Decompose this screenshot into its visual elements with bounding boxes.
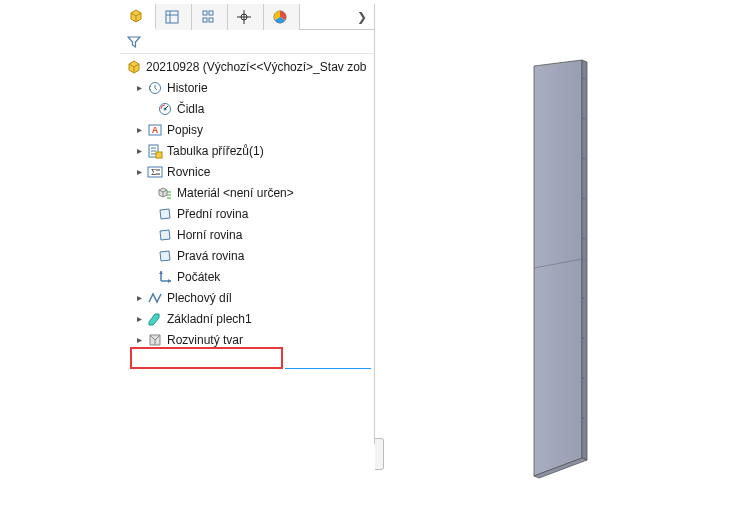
tree-item-historie[interactable]: ▸ Historie [120,77,374,98]
panel-tab-bar: ❯ [120,4,374,30]
tree-item-tabulka[interactable]: ▸ Tabulka přířezů(1) [120,140,374,161]
origin-icon [157,269,173,285]
tabs-overflow[interactable]: ❯ [350,4,374,30]
tab-dimxpert[interactable] [228,4,264,30]
tree-item-horni[interactable]: Horní rovina [120,224,374,245]
svg-rect-0 [166,11,178,23]
tree-item-label: Přední rovina [177,207,248,221]
filter-icon[interactable] [126,34,142,50]
highlight-annotation [130,347,283,369]
plane-icon [157,248,173,264]
expander-icon[interactable]: ▸ [134,83,144,93]
svg-text:Σ: Σ [151,167,156,177]
part-icon [126,59,142,75]
tree-item-label: Základní plech1 [167,312,252,326]
tree-item-popisy[interactable]: ▸ A Popisy [120,119,374,140]
svg-marker-33 [534,60,582,476]
tree-item-rovnice[interactable]: ▸ Σ Rovnice [120,161,374,182]
part-icon [128,8,144,24]
expander-icon[interactable]: ▸ [134,314,144,324]
equations-icon: Σ [147,164,163,180]
base-flange-icon [147,311,163,327]
tree-item-material[interactable]: Materiál <není určen> [120,182,374,203]
feature-tree-panel: ❯ 20210928 (Výchozí<<Výchozí>_Stav zob ▸… [120,4,375,444]
tree-root[interactable]: 20210928 (Výchozí<<Výchozí>_Stav zob [120,56,374,77]
tree-root-label: 20210928 (Výchozí<<Výchozí>_Stav zob [146,60,366,74]
tree-item-prava[interactable]: Pravá rovina [120,245,374,266]
tree-item-predni[interactable]: Přední rovina [120,203,374,224]
tree-item-label: Počátek [177,270,220,284]
tree-item-label: Popisy [167,123,203,137]
tree-item-label: Horní rovina [177,228,242,242]
expander-icon[interactable]: ▸ [134,335,144,345]
tab-property-manager[interactable] [156,4,192,30]
cutlist-icon [147,143,163,159]
tree-item-pocatek[interactable]: Počátek [120,266,374,287]
tab-feature-manager[interactable] [120,4,156,30]
expander-icon[interactable]: ▸ [134,125,144,135]
tree-item-label: Tabulka přířezů(1) [167,144,264,158]
model-viewport[interactable] [384,0,750,519]
expander-icon[interactable]: ▸ [134,146,144,156]
svg-rect-3 [203,11,207,15]
sensors-icon [157,101,173,117]
rollback-bar[interactable] [285,368,371,369]
tree-item-label: Materiál <není určen> [177,186,294,200]
panel-collapse-handle[interactable] [375,438,384,470]
tree-item-label: Čidla [177,102,204,116]
tree-item-cidla[interactable]: Čidla [120,98,374,119]
sheet-metal-icon [147,290,163,306]
tree-item-label: Pravá rovina [177,249,244,263]
property-icon [164,9,180,25]
tree-item-label: Rovnice [167,165,210,179]
svg-text:A: A [152,125,159,135]
tree-item-label: Plechový díl [167,291,232,305]
svg-rect-21 [156,152,162,158]
expander-icon[interactable]: ▸ [134,293,144,303]
tab-configuration-manager[interactable] [192,4,228,30]
material-icon [157,185,173,201]
svg-marker-32 [168,279,171,283]
flat-pattern-icon [147,332,163,348]
appearance-icon [272,9,288,25]
feature-tree: 20210928 (Výchozí<<Výchozí>_Stav zob ▸ H… [120,54,374,350]
svg-rect-6 [209,18,213,22]
tree-item-zakladni[interactable]: ▸ Základní plech1 [120,308,374,329]
filter-row [120,30,374,54]
config-icon [200,9,216,25]
model-render [474,58,634,488]
expander-icon[interactable]: ▸ [134,167,144,177]
tree-item-label: Historie [167,81,208,95]
history-icon [147,80,163,96]
tab-display-manager[interactable] [264,4,300,30]
tree-item-label: Rozvinutý tvar [167,333,243,347]
plane-icon [157,227,173,243]
annotations-icon: A [147,122,163,138]
tree-item-rozvinuty[interactable]: ▸ Rozvinutý tvar [120,329,374,350]
tree-item-plechovy[interactable]: ▸ Plechový díl [120,287,374,308]
target-icon [236,9,252,25]
svg-marker-31 [159,271,163,274]
chevron-right-icon: ❯ [357,10,367,24]
svg-rect-4 [209,11,213,15]
plane-icon [157,206,173,222]
svg-rect-5 [203,18,207,22]
